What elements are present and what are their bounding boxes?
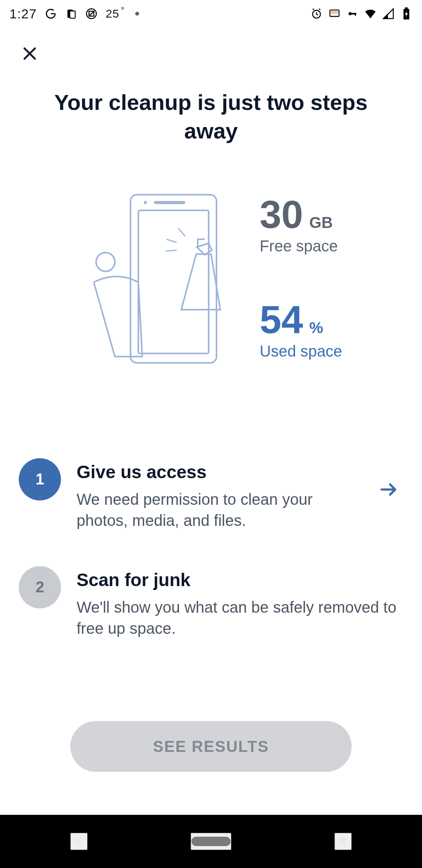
alarm-icon (310, 7, 323, 20)
step-1-description: We need permission to clean your photos,… (77, 489, 361, 531)
svg-point-7 (349, 12, 352, 15)
cellular-icon (382, 7, 395, 20)
status-dot-icon (135, 12, 139, 16)
nav-back-button[interactable] (70, 833, 88, 850)
status-temperature: 25 (106, 7, 119, 20)
svg-rect-1 (70, 11, 75, 18)
step-1-badge: 1 (19, 458, 61, 500)
phone-cleanup-illustration (80, 192, 228, 364)
status-time: 1:27 (9, 6, 37, 22)
vpn-key-icon (346, 7, 359, 20)
svg-rect-6 (331, 11, 338, 14)
svg-rect-15 (154, 201, 185, 204)
wifi-icon (364, 7, 377, 20)
svg-point-14 (144, 201, 147, 204)
cast-icon (328, 7, 341, 20)
page-title: Your cleanup is just two steps away (50, 88, 372, 145)
used-space-unit: % (309, 319, 324, 337)
used-space-label: Used space (259, 343, 342, 360)
used-space-stat: 54 % Used space (259, 302, 342, 360)
step-2-description: We'll show you what can be safely remove… (77, 597, 403, 639)
svg-rect-13 (138, 210, 209, 353)
tab-icon (65, 7, 77, 20)
nav-accessibility-button[interactable] (334, 833, 352, 850)
status-bar: 1:27 25 (0, 0, 422, 27)
screenshot-icon (85, 7, 98, 20)
step-1-row[interactable]: 1 Give us access We need permission to c… (19, 458, 403, 531)
used-space-value: 54 (259, 302, 303, 337)
free-space-unit: GB (309, 214, 333, 231)
close-icon (21, 45, 39, 64)
svg-rect-9 (355, 13, 356, 16)
step-2-title: Scan for junk (77, 569, 403, 590)
free-space-label: Free space (259, 237, 338, 255)
step-2-row: 2 Scan for junk We'll show you what can … (19, 566, 403, 639)
svg-rect-11 (405, 7, 408, 9)
navigation-bar (0, 815, 422, 868)
free-space-stat: 30 GB Free space (259, 197, 338, 255)
arrow-right-icon (377, 478, 400, 501)
svg-point-16 (96, 253, 115, 271)
nav-home-button[interactable] (191, 833, 231, 850)
accessibility-icon (336, 834, 350, 849)
see-results-button[interactable]: SEE RESULTS (70, 721, 352, 772)
app-content: Your cleanup is just two steps away (0, 27, 422, 815)
svg-point-17 (342, 835, 344, 838)
close-button[interactable] (19, 43, 41, 65)
battery-charging-icon (400, 7, 413, 20)
home-pill-icon (191, 837, 231, 846)
svg-rect-12 (131, 195, 216, 363)
free-space-value: 30 (259, 197, 303, 232)
chevron-left-icon (73, 835, 85, 848)
step-2-badge: 2 (19, 566, 61, 608)
google-icon (45, 7, 57, 20)
step-1-title: Give us access (77, 461, 361, 482)
